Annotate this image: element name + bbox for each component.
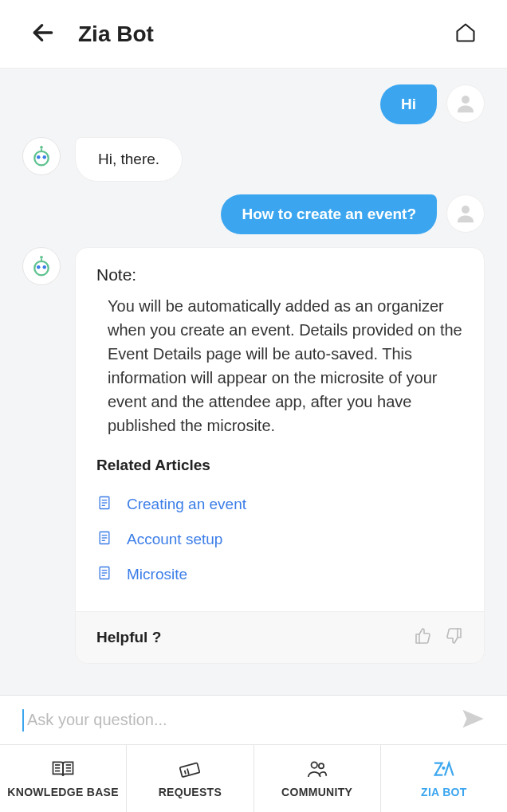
- related-articles-title: Related Articles: [96, 457, 463, 474]
- message-row-bot: Note: You will be automatically added as…: [22, 247, 485, 664]
- article-label: Creating an event: [127, 496, 246, 513]
- svg-point-4: [34, 151, 49, 166]
- svg-point-35: [319, 763, 324, 768]
- message-input[interactable]: [22, 709, 451, 732]
- helpful-label: Helpful ?: [96, 629, 161, 646]
- back-button[interactable]: [30, 20, 56, 49]
- svg-point-1: [462, 96, 470, 104]
- svg-line-32: [185, 771, 186, 775]
- article-label: Account setup: [127, 531, 222, 548]
- nav-label: COMMUNITY: [281, 786, 352, 798]
- nav-label: REQUESTS: [159, 786, 222, 798]
- bot-message-bubble: Hi, there.: [75, 137, 183, 182]
- svg-point-6: [43, 155, 47, 159]
- message-row-user: How to create an event?: [22, 194, 485, 234]
- nav-label: ZIA BOT: [421, 786, 467, 798]
- svg-point-8: [40, 256, 43, 259]
- page-title: Zia Bot: [78, 22, 154, 47]
- svg-point-36: [442, 767, 444, 769]
- svg-point-34: [311, 762, 317, 768]
- related-article-link[interactable]: Creating an event: [96, 487, 463, 522]
- svg-line-33: [187, 768, 189, 774]
- bottom-nav: KNOWLEDGE BASE REQUESTS COMMUNITY ZIA BO…: [0, 745, 507, 812]
- document-icon: [96, 530, 112, 549]
- message-row-user: Hi: [22, 84, 485, 124]
- nav-community[interactable]: COMMUNITY: [254, 745, 380, 812]
- nav-label: KNOWLEDGE BASE: [7, 786, 119, 798]
- svg-rect-31: [180, 763, 200, 777]
- bot-avatar: [22, 137, 61, 175]
- message-input-bar: [0, 695, 507, 745]
- svg-point-11: [37, 265, 41, 269]
- bot-note-card: Note: You will be automatically added as…: [75, 247, 485, 664]
- thumbs-down-button[interactable]: [444, 626, 463, 649]
- nav-zia-bot[interactable]: ZIA BOT: [380, 745, 507, 812]
- helpful-bar: Helpful ?: [76, 611, 484, 663]
- related-article-link[interactable]: Account setup: [96, 522, 463, 557]
- nav-knowledge-base[interactable]: KNOWLEDGE BASE: [0, 745, 126, 812]
- nav-requests[interactable]: REQUESTS: [126, 745, 253, 812]
- note-body-text: You will be automatically added as an or…: [96, 294, 463, 437]
- related-article-link[interactable]: Microsite: [96, 557, 463, 592]
- svg-point-5: [37, 155, 41, 159]
- user-message-bubble: How to create an event?: [221, 194, 437, 234]
- svg-point-2: [40, 146, 43, 149]
- svg-point-12: [43, 265, 47, 269]
- user-avatar: [446, 194, 485, 233]
- svg-point-10: [34, 261, 49, 276]
- note-title: Note:: [96, 265, 463, 284]
- chat-area: Hi Hi, there. How to create an event? No…: [0, 69, 507, 695]
- article-label: Microsite: [127, 566, 187, 583]
- bot-avatar: [22, 247, 61, 285]
- send-button[interactable]: [461, 707, 485, 734]
- home-button[interactable]: [454, 22, 477, 47]
- document-icon: [96, 495, 112, 514]
- user-message-bubble: Hi: [380, 84, 437, 124]
- app-header: Zia Bot: [0, 0, 507, 69]
- document-icon: [96, 565, 112, 584]
- thumbs-up-button[interactable]: [414, 626, 433, 649]
- svg-point-7: [462, 206, 470, 214]
- message-row-bot: Hi, there.: [22, 137, 485, 182]
- user-avatar: [446, 84, 485, 123]
